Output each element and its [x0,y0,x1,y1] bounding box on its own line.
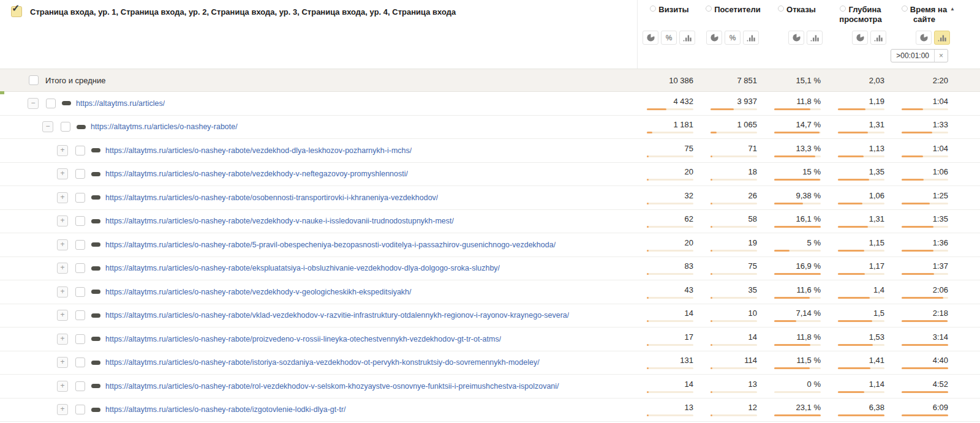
metric-column-sort[interactable]: Время на сайте ▲ [892,0,956,28]
metric-value: 3 937 [737,97,757,106]
metric-value: 6,38 [869,403,884,412]
metric-cell: 1 065 [701,116,764,139]
row-checkbox[interactable] [75,263,85,273]
metric-mini-bar [838,108,884,110]
url-link[interactable]: https://altaytms.ru/articles/o-nashey-ra… [105,288,412,296]
metric-cell: 1,17 [828,257,892,280]
url-link[interactable]: https://altaytms.ru/articles/o-nashey-ra… [105,170,408,178]
expander-toggle[interactable]: + [57,334,68,345]
url-link[interactable]: https://altaytms.ru/articles/o-nashey-ra… [91,122,238,131]
metric-column-sort[interactable]: Посетители [701,0,765,28]
expander-toggle[interactable]: + [57,215,68,226]
row-metrics: 14130 %1,144:52 [637,375,980,398]
row-checkbox[interactable] [75,334,85,344]
expander-toggle[interactable]: − [28,98,39,109]
url-link[interactable]: https://altaytms.ru/articles/o-nashey-ra… [105,146,412,155]
metric-mini-bar [774,203,821,204]
metric-value: 20 [685,167,693,176]
help-circle-icon [902,6,908,12]
url-link[interactable]: https://altaytms.ru/articles/o-nashey-ra… [105,241,556,249]
filter-value-input[interactable]: >00:01:00 [891,50,934,62]
metric-value: 1,19 [869,97,884,106]
metric-mini-bar [838,367,884,369]
row-checkbox[interactable] [75,216,85,226]
url-link[interactable]: https://altaytms.ru/articles/o-nashey-ra… [105,264,500,272]
metric-mini-bar [647,250,693,252]
url-link[interactable]: https://altaytms.ru/articles/ [76,99,165,108]
expander-toggle[interactable]: + [57,286,68,298]
metric-value: 1,15 [869,238,884,247]
percent-chart-button[interactable]: % [661,31,677,45]
metric-cell: 1,31 [828,210,892,233]
metric-column-sort[interactable]: Отказы [765,0,829,28]
expander-toggle[interactable]: + [57,145,68,156]
metric-value: 17 [685,332,693,342]
metric-cell: 19 [701,233,764,256]
percent-chart-button[interactable]: % [725,31,741,45]
bars-chart-button[interactable] [679,31,695,45]
url-link[interactable]: https://altaytms.ru/articles/o-nashey-ra… [105,358,540,367]
table-row: + https://altaytms.ru/articles/o-nashey-… [0,210,980,234]
favicon-icon [91,148,100,152]
expander-toggle[interactable]: − [42,121,53,132]
expander-toggle[interactable]: + [57,263,68,274]
metric-cell: 32 [637,186,701,209]
metric-mini-bar [647,344,693,346]
pie-chart-button[interactable] [706,31,722,45]
row-checkbox[interactable] [75,146,85,155]
row-checkbox[interactable] [46,99,56,108]
expander-toggle[interactable]: + [57,310,68,321]
totals-checkbox[interactable] [29,75,39,85]
row-checkbox[interactable] [61,122,70,132]
metric-mini-bar [774,226,821,228]
metric-value: 62 [685,214,693,223]
url-link[interactable]: https://altaytms.ru/articles/o-nashey-ra… [105,382,559,391]
metric-mini-bar [710,108,757,110]
pie-chart-button[interactable] [643,31,658,45]
pie-chart-button[interactable] [788,31,804,45]
metric-cell: 14 [701,328,764,351]
metric-mini-bar [710,132,757,133]
row-checkbox[interactable] [75,193,85,203]
table-row: − https://altaytms.ru/articles/o-nashey-… [0,116,980,140]
expander-toggle[interactable]: + [57,239,68,250]
bars-chart-button[interactable] [743,31,759,45]
expander-toggle[interactable]: + [57,192,68,203]
row-checkbox[interactable] [75,287,85,297]
url-link[interactable]: https://altaytms.ru/articles/o-nashey-ra… [105,311,569,320]
filter-remove-button[interactable]: × [934,50,948,62]
metric-column-sort[interactable]: Визиты [638,0,701,28]
expander-toggle[interactable]: + [57,404,68,415]
row-checkbox[interactable] [75,310,85,320]
favicon-icon [91,242,100,247]
row-checkbox[interactable] [75,169,85,179]
row-metrics: 757113,3 %1,131:04 [637,139,980,162]
expander-toggle[interactable]: + [57,381,68,392]
metric-value: 75 [748,261,757,271]
select-all-checkbox[interactable]: ✓ [11,6,22,17]
url-link[interactable]: https://altaytms.ru/articles/o-nashey-ra… [105,405,346,414]
pie-chart-button[interactable] [852,31,868,45]
metric-cell: 43 [637,280,701,304]
metric-cell: 1 181 [637,116,701,139]
bars-chart-button[interactable] [870,31,886,45]
row-checkbox[interactable] [75,240,85,250]
bars-chart-button[interactable] [807,31,823,45]
bars-chart-button[interactable] [934,31,950,45]
pie-chart-button[interactable] [916,31,932,45]
metric-mini-bar [902,414,948,416]
metric-column-label: Время на сайте [910,5,947,24]
favicon-icon [91,266,100,271]
expander-toggle[interactable]: + [57,168,68,179]
expander-toggle[interactable]: + [57,357,68,368]
metric-value: 1,35 [869,167,884,176]
url-link[interactable]: https://altaytms.ru/articles/o-nashey-ra… [105,217,454,225]
metric-mini-bar [647,367,693,369]
url-link[interactable]: https://altaytms.ru/articles/o-nashey-ra… [105,193,438,202]
metric-column-sort[interactable]: Глубина просмотра [829,0,892,28]
row-checkbox[interactable] [75,405,85,414]
metric-value: 1:04 [933,144,948,153]
row-checkbox[interactable] [75,357,85,367]
row-checkbox[interactable] [75,381,85,391]
url-link[interactable]: https://altaytms.ru/articles/o-nashey-ra… [105,335,501,343]
